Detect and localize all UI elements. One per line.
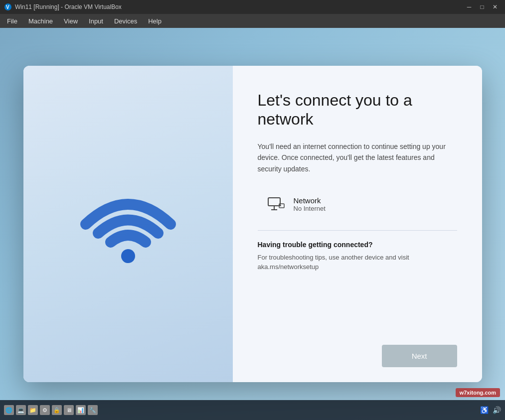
content-area: Let's connect you to a network You'll ne…: [0, 28, 505, 420]
close-button[interactable]: ✕: [489, 2, 501, 12]
left-panel: [23, 66, 233, 382]
menu-machine[interactable]: Machine: [23, 15, 58, 27]
maximize-button[interactable]: □: [476, 2, 488, 12]
menu-view[interactable]: View: [59, 15, 83, 27]
network-item[interactable]: Network No Internet: [258, 188, 457, 220]
network-icon: [266, 194, 286, 214]
trouble-title: Having trouble getting connected?: [258, 241, 457, 249]
menubar: File Machine View Input Devices Help: [0, 14, 505, 28]
trouble-desc: For troubleshooting tips, use another de…: [258, 253, 457, 272]
network-status: No Internet: [294, 205, 326, 212]
vbox-icon: V: [4, 3, 12, 11]
svg-rect-3: [268, 198, 280, 206]
minimize-button[interactable]: ─: [463, 2, 475, 12]
accessibility-icon: ♿: [480, 406, 489, 414]
taskbar-icon-2[interactable]: 💻: [16, 405, 26, 415]
taskbar-left-icons: 🌐 💻 📁 ⚙ 🔒 🖥 📊 🔧: [4, 405, 98, 415]
taskbar-icon-3[interactable]: 📁: [28, 405, 38, 415]
page-title: Let's connect you to a network: [258, 91, 457, 129]
taskbar-sys-icons: ♿ 🔊: [480, 406, 501, 414]
svg-text:V: V: [6, 4, 9, 10]
volume-icon: 🔊: [493, 406, 501, 414]
menu-file[interactable]: File: [2, 15, 22, 27]
taskbar-icon-1[interactable]: 🌐: [4, 405, 14, 415]
taskbar-icon-5[interactable]: 🔒: [52, 405, 62, 415]
next-button[interactable]: Next: [382, 345, 457, 367]
menu-devices[interactable]: Devices: [109, 15, 142, 27]
titlebar-title: Win11 [Running] - Oracle VM VirtualBox: [15, 3, 122, 10]
titlebar-controls: ─ □ ✕: [463, 2, 501, 12]
watermark: w7xitong.com: [456, 388, 500, 397]
taskbar-icon-6[interactable]: 🖥: [64, 405, 74, 415]
menu-input[interactable]: Input: [84, 15, 108, 27]
svg-point-2: [121, 249, 135, 263]
taskbar-icon-8[interactable]: 🔧: [88, 405, 98, 415]
taskbar-right: ♿ 🔊: [480, 406, 501, 414]
titlebar-left: V Win11 [Running] - Oracle VM VirtualBox: [4, 3, 122, 11]
divider: [258, 230, 457, 231]
menu-help[interactable]: Help: [143, 15, 167, 27]
network-name: Network: [294, 196, 326, 205]
description-text: You'll need an internet connection to co…: [258, 141, 457, 174]
network-text: Network No Internet: [294, 196, 326, 212]
taskbar: 🌐 💻 📁 ⚙ 🔒 🖥 📊 🔧 ♿ 🔊: [0, 400, 505, 420]
right-panel: Let's connect you to a network You'll ne…: [233, 66, 482, 382]
titlebar: V Win11 [Running] - Oracle VM VirtualBox…: [0, 0, 505, 14]
wifi-illustration: [78, 179, 178, 269]
button-row: Next: [258, 345, 457, 367]
taskbar-icon-4[interactable]: ⚙: [40, 405, 50, 415]
taskbar-icon-7[interactable]: 📊: [76, 405, 86, 415]
setup-dialog: Let's connect you to a network You'll ne…: [23, 66, 482, 382]
